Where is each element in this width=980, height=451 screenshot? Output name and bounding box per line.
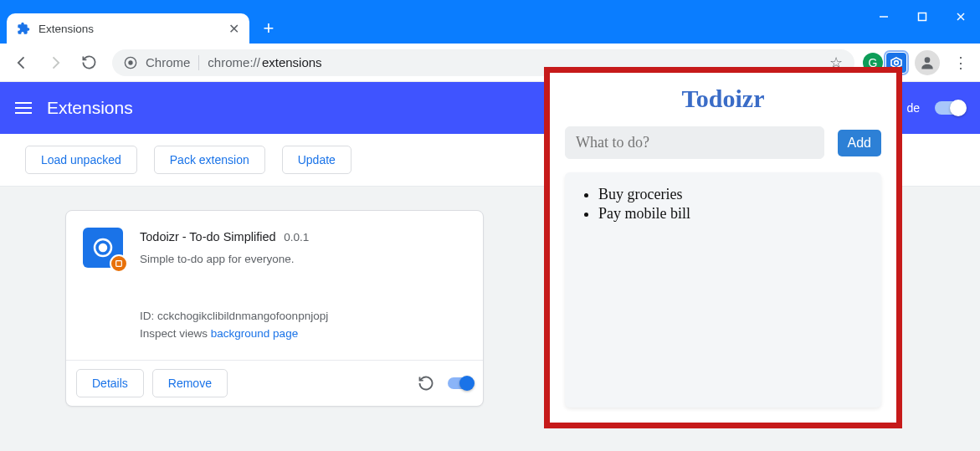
omnibox-divider [198,55,199,70]
omnibox-url-path: extensions [262,55,322,69]
window-minimize-button[interactable] [865,0,903,33]
extension-id-label: ID: [140,310,154,322]
forward-button[interactable] [40,48,70,78]
puzzle-icon [17,22,30,35]
popup-title: Todoizr [565,85,881,113]
update-button[interactable]: Update [282,146,351,174]
todo-item[interactable]: Buy groceries [598,186,865,203]
browser-tab[interactable]: Extensions ✕ [7,13,249,44]
svg-point-6 [895,60,899,64]
details-button[interactable]: Details [76,369,144,397]
reload-button[interactable] [74,48,104,78]
tab-close-icon[interactable]: ✕ [228,21,239,37]
background-page-link[interactable]: background page [211,327,298,340]
todo-list: Buy groceriesPay mobile bill [565,172,881,407]
window-close-button[interactable] [942,0,980,33]
extension-enabled-toggle[interactable] [448,377,473,389]
extension-card: Todoizr - To-do Simplified 0.0.1 Simple … [65,210,484,407]
todo-input[interactable] [565,126,824,159]
load-unpacked-button[interactable]: Load unpacked [25,146,137,174]
new-tab-button[interactable]: + [256,16,281,41]
extension-version: 0.0.1 [284,231,309,243]
tab-title: Extensions [38,23,220,35]
svg-rect-10 [116,261,122,267]
inspect-views-label: Inspect views [140,327,208,340]
remove-button[interactable]: Remove [152,369,228,397]
extension-card-icon [83,228,123,268]
pack-extension-button[interactable]: Pack extension [154,146,265,174]
extension-name: Todoizr - To-do Simplified [140,230,276,243]
extension-description: Simple to-do app for everyone. [140,250,466,269]
add-todo-button[interactable]: Add [838,130,881,156]
unpacked-badge-icon [110,254,128,273]
back-button[interactable] [7,48,37,78]
developer-mode-label: de [906,101,920,115]
page-title: Extensions [47,98,133,118]
extension-popup-highlight: Todoizr Add Buy groceriesPay mobile bill [544,67,902,428]
profile-avatar[interactable] [915,50,940,75]
extension-id-value: cckchogikclibildnmangofoonpnjopj [157,310,328,322]
svg-point-7 [925,57,931,63]
browser-menu-button[interactable]: ⋮ [948,54,973,72]
omnibox-scheme-label: Chrome [146,55,190,69]
developer-mode-toggle[interactable] [935,101,965,115]
svg-point-9 [100,244,106,251]
site-info-icon[interactable] [124,56,137,69]
todo-item[interactable]: Pay mobile bill [598,205,865,223]
omnibox-url-prefix: chrome:// [208,55,260,69]
window-maximize-button[interactable] [903,0,942,33]
svg-rect-1 [919,13,926,21]
menu-button[interactable] [15,102,32,114]
extension-popup: Todoizr Add Buy groceriesPay mobile bill [565,79,881,407]
reload-extension-button[interactable] [413,370,439,397]
svg-point-5 [128,60,132,64]
